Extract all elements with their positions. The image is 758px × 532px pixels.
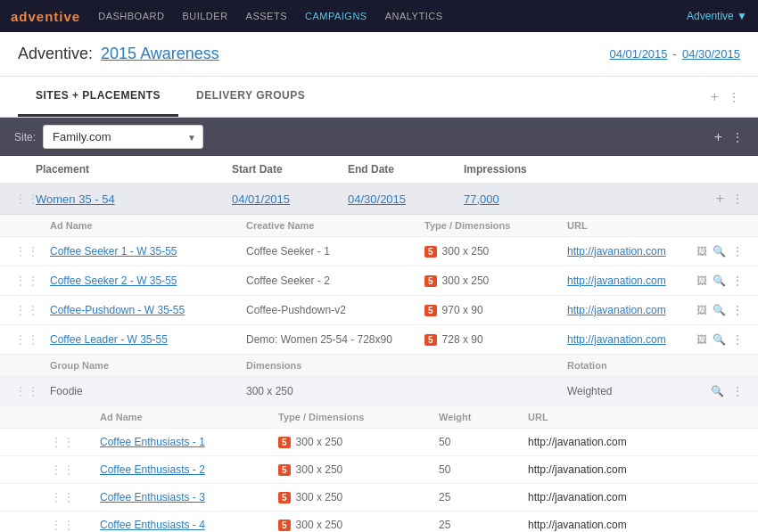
- placement-start[interactable]: 04/01/2015: [232, 192, 348, 206]
- col-headers: Placement Start Date End Date Impression…: [0, 156, 758, 184]
- placement-more-button[interactable]: ⋮: [731, 192, 744, 206]
- nested-url-0[interactable]: http://javanation.com: [528, 436, 744, 448]
- site-dropdown[interactable]: Family.com Site 2: [43, 125, 203, 149]
- search-icon-3[interactable]: 🔍: [713, 333, 726, 346]
- ad-row: ⋮⋮ Coffee Seeker 2 - W 35-55 Coffee Seek…: [0, 266, 758, 296]
- sub-col-drag: [14, 220, 50, 231]
- nested-url-2[interactable]: http://javanation.com: [528, 491, 744, 503]
- ad-drag-1: ⋮⋮: [14, 274, 50, 288]
- nested-drag-2: ⋮⋮: [50, 490, 100, 504]
- nested-dimensions-2: 300 x 250: [296, 491, 343, 503]
- ad-url-2[interactable]: http://javanation.com: [567, 304, 666, 316]
- date-start[interactable]: 04/01/2015: [610, 47, 668, 61]
- group-name: Foodie: [50, 385, 246, 397]
- tabs-bar: SITES + PLACEMENTS DELIVERY GROUPS + ⋮: [0, 77, 758, 118]
- drag-icon: ⋮⋮: [14, 332, 39, 347]
- more-icon-2[interactable]: ⋮: [731, 303, 744, 317]
- page-title: Adventive: 2015 Awareness: [18, 45, 219, 63]
- tab-sites-placements[interactable]: SITES + PLACEMENTS: [18, 77, 178, 117]
- col-end: End Date: [348, 163, 464, 176]
- placement-name[interactable]: Women 35 - 54: [36, 192, 232, 206]
- drag-icon: ⋮⋮: [50, 435, 75, 449]
- nested-col-type: Type / Dimensions: [278, 412, 439, 422]
- placement-end[interactable]: 04/30/2015: [348, 192, 464, 206]
- search-icon-1[interactable]: 🔍: [713, 274, 726, 287]
- site-selector-wrap: Site: Family.com Site 2: [14, 125, 203, 149]
- drag-icon: ⋮⋮: [50, 518, 75, 532]
- ad-url-row-3: http://javanation.com 🖼 🔍 ⋮: [567, 332, 744, 347]
- group-search-icon[interactable]: 🔍: [711, 385, 724, 397]
- html5-icon: 5: [424, 246, 437, 258]
- preview-icon-2[interactable]: 🖼: [696, 304, 707, 316]
- grp-col-rotation: Rotation: [567, 360, 744, 371]
- col-drag: [14, 163, 36, 176]
- brand-label: Adventive:: [18, 45, 93, 62]
- preview-icon-0[interactable]: 🖼: [696, 245, 707, 258]
- nested-ad-row: ⋮⋮ Coffee Enthusiasts - 3 5 300 x 250 25…: [0, 484, 758, 512]
- nav-campaigns[interactable]: CAMPAIGNS: [305, 11, 367, 21]
- nested-dimensions-1: 300 x 250: [296, 463, 343, 476]
- more-icon-0[interactable]: ⋮: [731, 244, 744, 258]
- group-rotation-row: Weighted 🔍 ⋮: [567, 384, 744, 398]
- grp-col-drag: [14, 360, 50, 371]
- preview-icon-3[interactable]: 🖼: [696, 333, 707, 346]
- sub-col-url: URL: [567, 220, 744, 231]
- nested-adname-0[interactable]: Coffee Enthusiasts - 1: [100, 436, 278, 448]
- ad-actions-0: 🖼 🔍 ⋮: [696, 244, 744, 258]
- placement-drag: ⋮⋮: [14, 192, 36, 206]
- drag-icon: ⋮⋮: [14, 384, 39, 398]
- nav-analytics[interactable]: ANALYTICS: [385, 11, 443, 21]
- group-more-icon[interactable]: ⋮: [731, 384, 744, 398]
- ad-sub-headers: Ad Name Creative Name Type / Dimensions …: [0, 215, 758, 237]
- search-icon-2[interactable]: 🔍: [713, 304, 726, 316]
- nested-drag-1: ⋮⋮: [50, 462, 100, 477]
- group-rotation: Weighted: [567, 385, 612, 397]
- nested-url-1[interactable]: http://javanation.com: [528, 463, 744, 476]
- nav-assets[interactable]: ASSETS: [246, 11, 287, 21]
- ad-name-2[interactable]: Coffee-Pushdown - W 35-55: [50, 304, 246, 316]
- add-site-button[interactable]: +: [714, 129, 722, 145]
- nested-adname-1[interactable]: Coffee Enthusiasts - 2: [100, 463, 278, 476]
- tab-delivery-groups[interactable]: DELIVERY GROUPS: [178, 77, 323, 117]
- nested-adname-3[interactable]: Coffee Enthusiasts - 4: [100, 519, 278, 531]
- site-bar-actions: + ⋮: [714, 129, 744, 145]
- ad-url-3[interactable]: http://javanation.com: [567, 333, 666, 346]
- nested-url-3[interactable]: http://javanation.com: [528, 519, 744, 531]
- user-label: Adventive ▼: [687, 10, 747, 22]
- ad-url-row-1: http://javanation.com 🖼 🔍 ⋮: [567, 274, 744, 288]
- ad-url-row-2: http://javanation.com 🖼 🔍 ⋮: [567, 303, 744, 317]
- ad-url-0[interactable]: http://javanation.com: [567, 245, 666, 258]
- search-icon-0[interactable]: 🔍: [713, 245, 726, 258]
- ad-name-3[interactable]: Coffee Leader - W 35-55: [50, 333, 246, 346]
- nested-col-url: URL: [528, 412, 744, 422]
- date-end[interactable]: 04/30/2015: [682, 47, 740, 61]
- nav-builder[interactable]: BUILDER: [182, 11, 227, 21]
- add-placement-button[interactable]: +: [716, 191, 724, 207]
- nested-dimensions-3: 300 x 250: [296, 519, 343, 531]
- col-placement: Placement: [36, 163, 232, 176]
- ad-url-1[interactable]: http://javanation.com: [567, 274, 666, 287]
- more-icon-3[interactable]: ⋮: [731, 332, 744, 347]
- sub-col-adname: Ad Name: [50, 220, 246, 231]
- group-actions: 🔍 ⋮: [711, 384, 744, 398]
- date-sep: -: [673, 47, 677, 61]
- add-tab-button[interactable]: +: [711, 89, 719, 105]
- nested-dim-0: 5 300 x 250: [278, 436, 439, 448]
- drag-icon: ⋮⋮: [14, 244, 39, 258]
- nav-dashboard[interactable]: DASHBOARD: [98, 11, 164, 21]
- ad-name-0[interactable]: Coffee Seeker 1 - W 35-55: [50, 245, 246, 258]
- user-menu[interactable]: Adventive ▼: [687, 10, 747, 22]
- group-sub-headers: Group Name Dimensions Rotation: [0, 355, 758, 377]
- html5-icon: 5: [278, 520, 291, 531]
- site-more-button[interactable]: ⋮: [731, 130, 744, 144]
- html5-icon: 5: [278, 464, 291, 476]
- nested-dim-1: 5 300 x 250: [278, 463, 439, 476]
- more-icon-1[interactable]: ⋮: [731, 274, 744, 288]
- preview-icon-1[interactable]: 🖼: [696, 274, 707, 287]
- ad-name-1[interactable]: Coffee Seeker 2 - W 35-55: [50, 274, 246, 287]
- nested-adname-2[interactable]: Coffee Enthusiasts - 3: [100, 491, 278, 503]
- tab-more-button[interactable]: ⋮: [728, 90, 740, 104]
- campaign-link[interactable]: 2015 Awareness: [101, 45, 219, 62]
- nested-col-adname: Ad Name: [100, 412, 278, 422]
- nested-ad-row: ⋮⋮ Coffee Enthusiasts - 4 5 300 x 250 25…: [0, 512, 758, 532]
